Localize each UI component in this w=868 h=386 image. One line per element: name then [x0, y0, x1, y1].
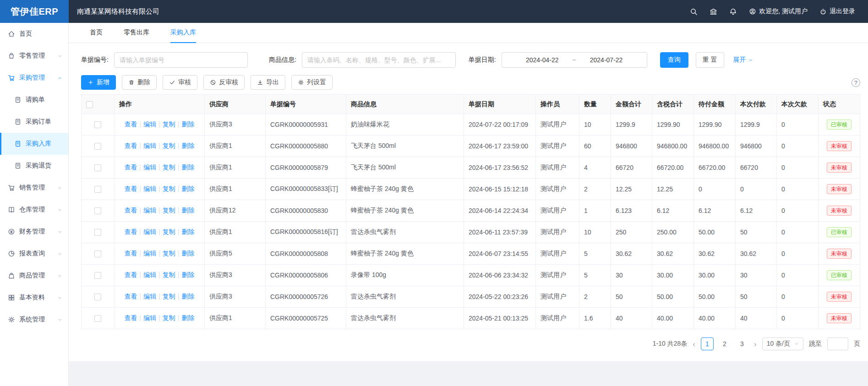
cell-paid: 0	[736, 179, 777, 200]
sidebar-item-purchase[interactable]: 采购管理	[0, 67, 68, 89]
row-delete-link[interactable]: 删除	[181, 271, 194, 278]
notifications-icon[interactable]	[729, 8, 737, 16]
chevron-down-icon	[748, 58, 753, 63]
row-view-link[interactable]: 查看	[125, 185, 137, 192]
tab-home[interactable]: 首页	[90, 23, 103, 43]
unaudit-button[interactable]: 反审核	[203, 75, 245, 90]
row-edit-link[interactable]: 编辑	[143, 163, 156, 171]
row-delete-link[interactable]: 删除	[181, 163, 194, 171]
row-view-link[interactable]: 查看	[125, 228, 137, 235]
row-edit-link[interactable]: 编辑	[143, 271, 156, 278]
row-checkbox[interactable]	[94, 250, 101, 257]
row-edit-link[interactable]: 编辑	[143, 207, 156, 214]
date-range-picker[interactable]: 2024-04-22 ~ 2024-07-22	[502, 52, 647, 68]
help-icon[interactable]: ?	[852, 78, 860, 87]
row-checkbox[interactable]	[94, 229, 101, 236]
sidebar-item-home[interactable]: 首页	[0, 23, 68, 45]
column-settings-button[interactable]: 列设置	[291, 75, 333, 90]
sidebar-item-purchase-request[interactable]: 请购单	[0, 89, 68, 111]
row-view-link[interactable]: 查看	[125, 293, 137, 300]
add-button[interactable]: 新增	[81, 75, 116, 90]
row-copy-link[interactable]: 复制	[163, 314, 175, 321]
row-view-link[interactable]: 查看	[125, 207, 137, 214]
row-edit-link[interactable]: 编辑	[143, 142, 156, 149]
row-checkbox[interactable]	[94, 121, 101, 128]
doc-no-input[interactable]	[114, 52, 248, 68]
row-checkbox[interactable]	[94, 294, 101, 300]
select-all-checkbox[interactable]	[86, 101, 93, 108]
row-delete-link[interactable]: 删除	[181, 120, 194, 128]
row-delete-link[interactable]: 删除	[181, 142, 194, 149]
sidebar-item-purchase-inbound[interactable]: 采购入库	[0, 133, 68, 155]
tab-retail-outbound[interactable]: 零售出库	[124, 23, 149, 43]
page-button-2[interactable]: 2	[718, 337, 731, 350]
organization-icon[interactable]	[710, 8, 717, 16]
row-view-link[interactable]: 查看	[125, 120, 137, 128]
search-icon[interactable]	[690, 8, 698, 16]
row-copy-link[interactable]: 复制	[163, 293, 175, 300]
row-view-link[interactable]: 查看	[125, 163, 137, 171]
row-view-link[interactable]: 查看	[125, 271, 137, 278]
sidebar-item-system[interactable]: 系统管理	[0, 309, 68, 331]
reset-button[interactable]: 重 置	[696, 52, 724, 68]
sidebar-item-finance[interactable]: 财务管理	[0, 221, 68, 243]
row-copy-link[interactable]: 复制	[163, 120, 175, 128]
row-copy-link[interactable]: 复制	[163, 163, 175, 171]
row-delete-link[interactable]: 删除	[181, 250, 194, 257]
row-view-link[interactable]: 查看	[125, 314, 137, 321]
export-button[interactable]: 导出	[251, 75, 285, 90]
row-delete-link[interactable]: 删除	[181, 185, 194, 192]
logout-icon	[819, 8, 827, 15]
row-edit-link[interactable]: 编辑	[143, 314, 156, 321]
row-copy-link[interactable]: 复制	[163, 271, 175, 278]
row-view-link[interactable]: 查看	[125, 250, 137, 257]
sidebar-item-goods[interactable]: 商品管理	[0, 265, 68, 287]
sidebar-item-purchase-return[interactable]: 采购退货	[0, 155, 68, 177]
tab-purchase-inbound[interactable]: 采购入库	[170, 23, 196, 43]
search-button[interactable]: 查询	[660, 52, 688, 68]
row-copy-link[interactable]: 复制	[163, 207, 175, 214]
date-start-value[interactable]: 2024-04-22	[526, 56, 559, 64]
row-delete-link[interactable]: 删除	[181, 207, 194, 214]
sidebar-item-purchase-order[interactable]: 采购订单	[0, 111, 68, 133]
row-checkbox[interactable]	[94, 315, 101, 322]
row-edit-link[interactable]: 编辑	[143, 228, 156, 235]
goods-input[interactable]	[302, 52, 456, 68]
sidebar-item-retail[interactable]: 零售管理	[0, 45, 68, 67]
row-copy-link[interactable]: 复制	[163, 142, 175, 149]
sidebar-item-sales[interactable]: 销售管理	[0, 177, 68, 199]
page-size-select[interactable]: 10 条/页	[762, 337, 803, 350]
row-checkbox[interactable]	[94, 272, 101, 279]
row-delete-link[interactable]: 删除	[181, 314, 194, 321]
row-checkbox[interactable]	[94, 186, 101, 193]
jump-page-input[interactable]	[827, 337, 848, 350]
page-button-3[interactable]: 3	[736, 337, 748, 350]
row-edit-link[interactable]: 编辑	[143, 250, 156, 257]
row-checkbox[interactable]	[94, 164, 101, 171]
sidebar-item-warehouse[interactable]: 仓库管理	[0, 199, 68, 221]
page-button-1[interactable]: 1	[701, 337, 714, 350]
audit-button[interactable]: 审核	[163, 75, 197, 90]
row-copy-link[interactable]: 复制	[163, 185, 175, 192]
cell-payable: 1299.90	[694, 114, 736, 136]
row-delete-link[interactable]: 删除	[181, 228, 194, 235]
sidebar-item-report[interactable]: 报表查询	[0, 243, 68, 265]
prev-page-button[interactable]: ‹	[693, 340, 695, 348]
row-copy-link[interactable]: 复制	[163, 250, 175, 257]
row-delete-link[interactable]: 删除	[181, 293, 194, 300]
row-copy-link[interactable]: 复制	[163, 228, 175, 235]
delete-button[interactable]: 删除	[122, 75, 157, 90]
row-edit-link[interactable]: 编辑	[143, 120, 156, 128]
row-edit-link[interactable]: 编辑	[143, 185, 156, 192]
row-view-link[interactable]: 查看	[125, 142, 137, 149]
next-page-button[interactable]: ›	[754, 340, 757, 348]
user-menu[interactable]: 欢迎您, 测试用户	[749, 7, 808, 16]
row-checkbox[interactable]	[94, 207, 101, 214]
logout-button[interactable]: 退出登录	[819, 7, 855, 16]
cell-payable: 30.62	[694, 243, 736, 265]
expand-link[interactable]: 展开	[733, 56, 753, 64]
sidebar-item-basic-data[interactable]: 基本资料	[0, 287, 68, 309]
date-end-value[interactable]: 2024-07-22	[590, 56, 623, 64]
row-edit-link[interactable]: 编辑	[143, 293, 156, 300]
row-checkbox[interactable]	[94, 143, 101, 150]
